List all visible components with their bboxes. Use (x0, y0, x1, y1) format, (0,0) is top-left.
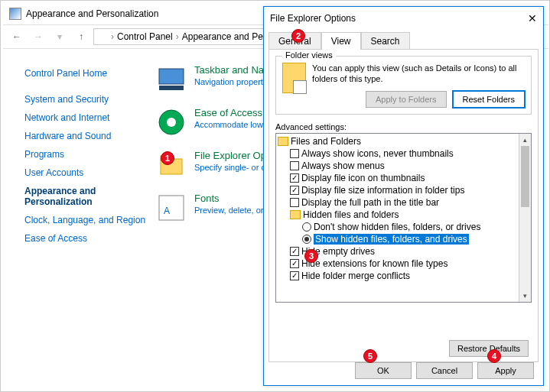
close-icon[interactable]: ✕ (528, 12, 537, 24)
tree-item[interactable]: ✓Hide folder merge conflicts (278, 270, 529, 282)
tree-item[interactable]: Always show icons, never thumbnails (278, 147, 529, 160)
folder-icon (290, 210, 301, 219)
tree-root[interactable]: Files and Folders (278, 135, 529, 147)
tree-label: Files and Folders (291, 136, 361, 147)
checkbox-icon[interactable]: ✓ (290, 186, 299, 195)
sidebar-home[interactable]: Control Panel Home (24, 64, 148, 83)
advanced-settings-tree[interactable]: Files and FoldersAlways show icons, neve… (275, 133, 532, 303)
tree-item[interactable]: Always show menus (278, 160, 529, 172)
checkbox-icon[interactable] (290, 161, 299, 170)
annotation-badge-4: 4 (487, 349, 501, 363)
checkbox-icon[interactable] (290, 198, 299, 207)
annotation-badge-5: 5 (363, 349, 377, 363)
window-title: Appearance and Personalization (26, 8, 158, 19)
forward-button[interactable]: → (29, 28, 47, 46)
folder-icon (278, 137, 288, 146)
svg-rect-0 (159, 69, 184, 84)
svg-point-3 (167, 118, 176, 127)
fonts-icon: A (156, 193, 187, 223)
advanced-settings-label: Advanced settings: (275, 122, 532, 131)
apply-to-folders-button[interactable]: Apply to Folders (366, 91, 446, 108)
scroll-down-icon[interactable]: ▾ (519, 290, 531, 302)
ease-of-access-icon (156, 107, 187, 138)
control-panel-icon (9, 8, 21, 20)
tree-item[interactable]: ✓Display file icon on thumbnails (278, 172, 529, 184)
recent-dropdown[interactable]: ▾ (50, 28, 69, 46)
checkbox-icon[interactable]: ✓ (290, 271, 299, 280)
up-button[interactable]: ↑ (72, 28, 90, 46)
sidebar-link-active[interactable]: Appearance and Personalization (24, 182, 148, 211)
checkbox-icon[interactable]: ✓ (290, 173, 299, 183)
folder-views-icon (282, 63, 306, 93)
tab-view[interactable]: View (321, 32, 361, 50)
tree-label: Hidden files and folders (303, 209, 399, 220)
tab-panel-view: Folder views You can apply this view (su… (268, 49, 539, 362)
checkbox-icon[interactable]: ✓ (290, 247, 299, 256)
annotation-badge-2: 2 (291, 29, 305, 43)
sidebar-link[interactable]: Network and Internet (24, 109, 148, 127)
tree-item[interactable]: Display the full path in the title bar (278, 196, 529, 209)
chevron-right-icon: › (176, 31, 179, 42)
sidebar: Control Panel Home System and Security N… (3, 49, 148, 390)
breadcrumb-item[interactable]: Control Panel (117, 31, 173, 42)
svg-rect-1 (159, 86, 184, 90)
tree-label-selected: Show hidden files, folders, and drives (314, 234, 469, 245)
reset-folders-button[interactable]: Reset Folders (453, 91, 525, 108)
tree-label: Display file icon on thumbnails (301, 173, 425, 183)
tree-item[interactable]: Hidden files and folders (278, 209, 529, 221)
taskbar-icon (156, 64, 187, 95)
dialog-buttons: OK Cancel Apply (355, 362, 534, 379)
tree-label: Always show icons, never thumbnails (301, 148, 454, 159)
tree-label: Always show menus (301, 160, 385, 171)
tree-item[interactable]: Don't show hidden files, folders, or dri… (278, 221, 529, 233)
sidebar-link[interactable]: System and Security (24, 90, 148, 109)
annotation-badge-1: 1 (161, 151, 174, 165)
dialog-title: File Explorer Options (270, 13, 356, 24)
sidebar-link[interactable]: Clock, Language, and Region (24, 211, 148, 229)
svg-text:A: A (164, 206, 170, 216)
apply-button[interactable]: Apply (477, 362, 534, 379)
tree-label: Display the full path in the title bar (301, 197, 439, 208)
scroll-thumb[interactable] (521, 146, 529, 207)
sidebar-link[interactable]: Ease of Access (24, 229, 148, 248)
group-legend: Folder views (282, 50, 336, 60)
folder-views-group: Folder views You can apply this view (su… (275, 56, 532, 115)
folder-views-text: You can apply this view (such as Details… (312, 63, 525, 85)
tree-label: Display file size information in folder … (301, 185, 464, 196)
tree-label: Hide extensions for known file types (301, 258, 447, 269)
tree-label: Hide folder merge conflicts (301, 271, 410, 281)
checkbox-icon[interactable]: ✓ (290, 259, 299, 268)
sidebar-link[interactable]: Programs (24, 145, 148, 164)
checkbox-icon[interactable] (290, 149, 299, 158)
ok-button[interactable]: OK (355, 362, 412, 379)
scrollbar[interactable]: ▴ ▾ (519, 134, 531, 302)
dialog-titlebar: File Explorer Options ✕ (264, 7, 543, 30)
annotation-badge-3: 3 (304, 249, 318, 263)
address-icon (97, 31, 108, 42)
svg-rect-6 (159, 196, 184, 220)
cancel-button[interactable]: Cancel (416, 362, 473, 379)
sidebar-link[interactable]: User Accounts (24, 164, 148, 182)
radio-icon[interactable] (302, 235, 311, 244)
radio-icon[interactable] (302, 222, 311, 232)
sidebar-link[interactable]: Hardware and Sound (24, 127, 148, 145)
back-button[interactable]: ← (8, 28, 26, 46)
tree-item[interactable]: Show hidden files, folders, and drives (278, 233, 529, 245)
tab-strip: General View Search (264, 31, 543, 49)
tree-item[interactable]: ✓Display file size information in folder… (278, 184, 529, 196)
chevron-right-icon: › (111, 31, 114, 42)
tab-search[interactable]: Search (361, 32, 410, 50)
tree-label: Don't show hidden files, folders, or dri… (314, 222, 480, 232)
scroll-up-icon[interactable]: ▴ (519, 134, 531, 146)
file-explorer-options-dialog: File Explorer Options ✕ General View Sea… (263, 6, 544, 386)
